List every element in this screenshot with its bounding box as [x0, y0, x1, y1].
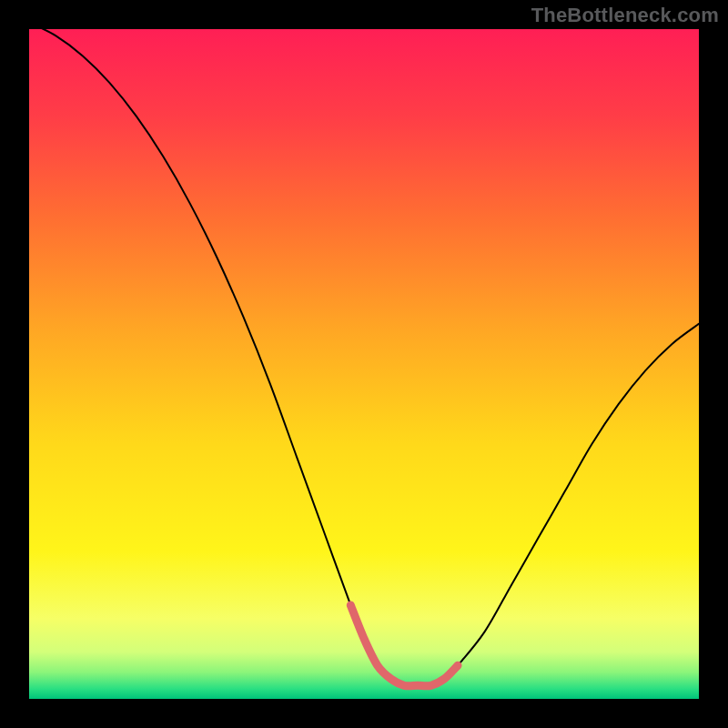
plot-area — [29, 29, 699, 703]
bottleneck-curve — [29, 29, 699, 699]
curve-path — [29, 29, 699, 686]
highlight-path — [350, 605, 458, 686]
chart-frame: TheBottleneck.com — [0, 0, 728, 728]
attribution-text: TheBottleneck.com — [531, 4, 719, 27]
